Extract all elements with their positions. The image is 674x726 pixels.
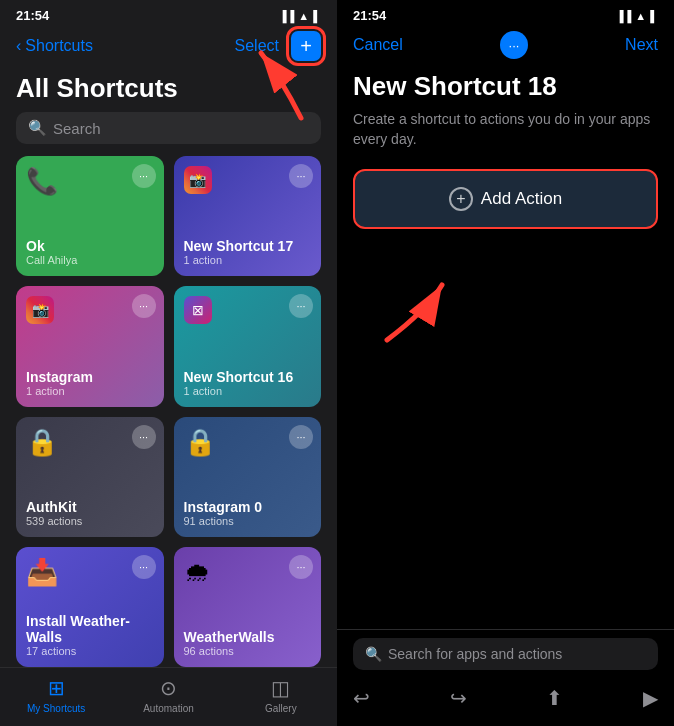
card-subtitle-instagram0: 91 actions xyxy=(184,515,312,527)
back-button[interactable]: ‹ Shortcuts xyxy=(16,37,93,55)
search-bar[interactable]: 🔍 Search xyxy=(16,112,321,144)
add-shortcut-button[interactable]: + xyxy=(291,31,321,61)
my-shortcuts-icon: ⊞ xyxy=(48,676,65,700)
more-options-button[interactable]: ··· xyxy=(500,31,528,59)
tab-bar: ⊞ My Shortcuts ⊙ Automation ◫ Gallery xyxy=(0,667,337,726)
undo-icon[interactable]: ↩ xyxy=(353,686,370,710)
card-title-ok: Ok xyxy=(26,238,154,254)
card-subtitle-new16: 1 action xyxy=(184,385,312,397)
shortcut-card-authkit[interactable]: ··· 🔒 AuthKit 539 actions xyxy=(16,417,164,537)
right-subtitle: Create a shortcut to actions you do in y… xyxy=(337,110,674,169)
shortcut-card-ok[interactable]: ··· 📞 Ok Call Ahilya xyxy=(16,156,164,276)
card-title-instagram: Instagram xyxy=(26,369,154,385)
tab-my-shortcuts-label: My Shortcuts xyxy=(27,703,85,714)
right-bottom: 🔍 Search for apps and actions xyxy=(337,629,674,678)
search-actions-bar[interactable]: 🔍 Search for apps and actions xyxy=(353,638,658,670)
redo-icon[interactable]: ↪ xyxy=(450,686,467,710)
tab-gallery-label: Gallery xyxy=(265,703,297,714)
tab-automation[interactable]: ⊙ Automation xyxy=(112,676,224,714)
tab-automation-label: Automation xyxy=(143,703,194,714)
shortcut-card-instagram[interactable]: ··· 📸 Instagram 1 action xyxy=(16,286,164,406)
card-subtitle-install: 17 actions xyxy=(26,645,154,657)
card-title-weatherwalls: WeatherWalls xyxy=(184,629,312,645)
right-nav-bar: Cancel ··· Next xyxy=(337,27,674,67)
left-status-bar: 21:54 ▐▐ ▲ ▌ xyxy=(0,0,337,27)
right-time: 21:54 xyxy=(353,8,386,23)
card-title-new16: New Shortcut 16 xyxy=(184,369,312,385)
card-subtitle-instagram: 1 action xyxy=(26,385,154,397)
right-status-icons: ▐▐ ▲ ▌ xyxy=(616,10,658,22)
card-title-new17: New Shortcut 17 xyxy=(184,238,312,254)
card-subtitle-ok: Call Ahilya xyxy=(26,254,154,266)
card-title-instagram0: Instagram 0 xyxy=(184,499,312,515)
plus-icon: + xyxy=(300,35,312,58)
card-more-install[interactable]: ··· xyxy=(132,555,156,579)
shortcut-card-new16[interactable]: ··· ⊠ New Shortcut 16 1 action xyxy=(174,286,322,406)
shortcut-card-instagram0[interactable]: ··· 🔒 Instagram 0 91 actions xyxy=(174,417,322,537)
right-status-bar: 21:54 ▐▐ ▲ ▌ xyxy=(337,0,674,27)
tab-my-shortcuts[interactable]: ⊞ My Shortcuts xyxy=(0,676,112,714)
search-icon: 🔍 xyxy=(28,119,47,137)
card-more-weatherwalls[interactable]: ··· xyxy=(289,555,313,579)
right-panel: 21:54 ▐▐ ▲ ▌ Cancel ··· Next New Shortcu… xyxy=(337,0,674,726)
left-panel: 21:54 ▐▐ ▲ ▌ ‹ Shortcuts Select + All Sh… xyxy=(0,0,337,726)
cancel-button[interactable]: Cancel xyxy=(353,36,403,54)
add-action-button[interactable]: + Add Action xyxy=(353,169,658,229)
card-more-authkit[interactable]: ··· xyxy=(132,425,156,449)
search-actions-icon: 🔍 xyxy=(365,646,382,662)
shortcuts-grid: ··· 📞 Ok Call Ahilya ··· 📸 New Shortcut … xyxy=(0,156,337,667)
right-title: New Shortcut 18 xyxy=(337,67,674,110)
chevron-left-icon: ‹ xyxy=(16,37,21,55)
back-label: Shortcuts xyxy=(25,37,93,55)
left-time: 21:54 xyxy=(16,8,49,23)
automation-icon: ⊙ xyxy=(160,676,177,700)
select-button[interactable]: Select xyxy=(235,37,279,55)
share-icon[interactable]: ⬆ xyxy=(546,686,563,710)
search-placeholder: Search xyxy=(53,120,101,137)
shortcut-card-new17[interactable]: ··· 📸 New Shortcut 17 1 action xyxy=(174,156,322,276)
card-title-install: Install Weather-Walls xyxy=(26,613,154,645)
search-actions-placeholder: Search for apps and actions xyxy=(388,646,562,662)
add-action-plus-icon: + xyxy=(449,187,473,211)
add-action-label: Add Action xyxy=(481,189,562,209)
page-title: All Shortcuts xyxy=(0,69,337,112)
card-subtitle-weatherwalls: 96 actions xyxy=(184,645,312,657)
right-toolbar: ↩ ↪ ⬆ ▶ xyxy=(337,678,674,726)
nav-actions: Select + xyxy=(235,31,321,61)
shortcut-card-install[interactable]: ··· 📥 Install Weather-Walls 17 actions xyxy=(16,547,164,667)
left-status-icons: ▐▐ ▲ ▌ xyxy=(279,10,321,22)
card-more-instagram0[interactable]: ··· xyxy=(289,425,313,449)
card-subtitle-new17: 1 action xyxy=(184,254,312,266)
card-more-new17[interactable]: ··· xyxy=(289,164,313,188)
play-icon[interactable]: ▶ xyxy=(643,686,658,710)
gallery-icon: ◫ xyxy=(271,676,290,700)
left-nav-bar: ‹ Shortcuts Select + xyxy=(0,27,337,69)
next-button[interactable]: Next xyxy=(625,36,658,54)
ellipsis-icon: ··· xyxy=(509,38,520,53)
card-subtitle-authkit: 539 actions xyxy=(26,515,154,527)
shortcut-card-weatherwalls[interactable]: ··· 🌧 WeatherWalls 96 actions xyxy=(174,547,322,667)
card-title-authkit: AuthKit xyxy=(26,499,154,515)
tab-gallery[interactable]: ◫ Gallery xyxy=(225,676,337,714)
card-more-ok[interactable]: ··· xyxy=(132,164,156,188)
card-more-instagram[interactable]: ··· xyxy=(132,294,156,318)
